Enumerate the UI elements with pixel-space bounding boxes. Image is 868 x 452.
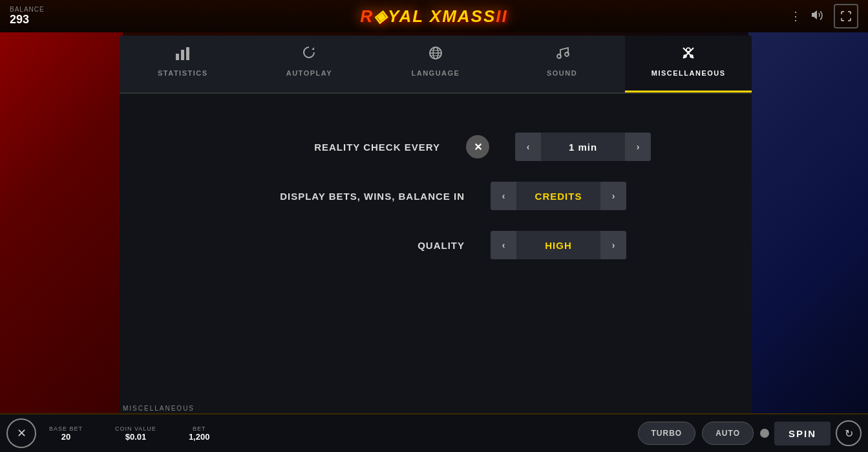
quality-next-button[interactable]: ›: [600, 231, 626, 259]
spin-area: SPIN ↻: [760, 420, 862, 446]
left-curtain: [0, 32, 123, 414]
tab-language[interactable]: LANGUAGE: [372, 36, 499, 92]
tools-icon: [680, 45, 697, 65]
display-mode-prev-button[interactable]: ‹: [491, 182, 516, 210]
bar-chart-icon: [175, 45, 191, 65]
turbo-button[interactable]: TURBO: [638, 422, 696, 445]
svg-point-12: [686, 48, 690, 52]
reality-check-value: 1 min: [541, 142, 625, 153]
spin-refresh-button[interactable]: ↻: [836, 420, 862, 446]
close-icon: ✕: [17, 426, 26, 440]
bet-label: BET: [193, 425, 206, 432]
coin-value-group: COIN VALUE $0.01: [115, 425, 156, 442]
tab-bar: STATISTICS AUTOPLAY LANGU: [120, 36, 752, 94]
fullscreen-button[interactable]: [834, 4, 858, 28]
balance-value: 293: [10, 13, 29, 27]
logo-text: R◈YAL XMASSII: [360, 6, 508, 27]
tab-sound[interactable]: SOUND: [499, 36, 626, 92]
bottom-bar: ✕ BASE BET 20 COIN VALUE $0.01 BET 1,200…: [0, 413, 868, 452]
game-logo: R◈YAL XMASSII: [360, 0, 508, 32]
reality-check-control: ‹ 1 min ›: [515, 133, 651, 161]
settings-dialog: STATISTICS AUTOPLAY LANGU: [120, 36, 752, 413]
quality-row: QUALITY ‹ HIGH ›: [171, 231, 700, 259]
bottom-right: TURBO AUTO SPIN ↻: [638, 420, 862, 446]
reality-check-clear-button[interactable]: ✕: [466, 135, 489, 158]
volume-icon[interactable]: [811, 8, 824, 25]
chevron-right-icon: ›: [612, 240, 615, 250]
quality-value: HIGH: [516, 240, 600, 251]
close-button[interactable]: ✕: [6, 418, 36, 448]
tab-statistics[interactable]: STATISTICS: [120, 36, 246, 92]
coin-value-label: COIN VALUE: [115, 425, 156, 432]
refresh-icon: ↻: [845, 427, 853, 440]
tab-sound-label: SOUND: [547, 69, 577, 77]
display-mode-row: DISPLAY BETS, WINS, BALANCE IN ‹ CREDITS…: [171, 182, 700, 210]
spin-dot: [760, 429, 769, 438]
settings-content: REALITY CHECK EVERY ✕ ‹ 1 min › DISPLAY …: [120, 94, 752, 298]
tab-language-label: LANGUAGE: [412, 69, 460, 77]
display-mode-value: CREDITS: [516, 191, 600, 202]
display-mode-label: DISPLAY BETS, WINS, BALANCE IN: [245, 191, 465, 202]
reality-check-label: REALITY CHECK EVERY: [220, 142, 440, 153]
chevron-right-icon: ›: [637, 142, 640, 152]
svg-rect-2: [186, 47, 189, 60]
spin-button[interactable]: SPIN: [774, 422, 831, 446]
quality-control: ‹ HIGH ›: [491, 231, 626, 259]
spin-label: SPIN: [789, 428, 816, 439]
reality-check-prev-button[interactable]: ‹: [515, 133, 541, 161]
section-label: MISCELLANEOUS: [123, 405, 195, 412]
chevron-left-icon: ‹: [502, 191, 505, 201]
top-icons: ⋮: [790, 4, 858, 28]
globe-icon: [427, 45, 444, 65]
tab-miscellaneous-label: MISCELLANEOUS: [651, 69, 726, 77]
bet-group: BET 1,200: [189, 425, 210, 442]
base-bet-label: BASE BET: [49, 425, 83, 432]
coin-value-value: $0.01: [125, 432, 147, 442]
bet-value: 1,200: [189, 432, 210, 442]
tab-miscellaneous[interactable]: MISCELLANEOUS: [625, 36, 752, 92]
balance-label: BALANCE: [10, 6, 45, 13]
top-bar: BALANCE 293 R◈YAL XMASSII ⋮: [0, 0, 868, 32]
svg-rect-0: [176, 54, 179, 60]
display-mode-next-button[interactable]: ›: [600, 182, 626, 210]
reality-check-row: REALITY CHECK EVERY ✕ ‹ 1 min ›: [171, 133, 700, 161]
display-mode-control: ‹ CREDITS ›: [491, 182, 626, 210]
turbo-label: TURBO: [651, 429, 683, 438]
bottom-info: BASE BET 20 COIN VALUE $0.01 BET 1,200: [49, 425, 638, 442]
reality-check-next-button[interactable]: ›: [625, 133, 651, 161]
chevron-left-icon: ‹: [527, 142, 530, 152]
right-curtain: [748, 32, 868, 414]
x-icon: ✕: [474, 141, 482, 153]
chevron-left-icon: ‹: [502, 240, 505, 250]
tab-statistics-label: STATISTICS: [158, 69, 208, 77]
menu-icon[interactable]: ⋮: [790, 9, 801, 23]
base-bet-value: 20: [61, 432, 70, 442]
music-icon: [554, 45, 571, 65]
quality-label: QUALITY: [245, 240, 465, 251]
chevron-right-icon: ›: [612, 191, 615, 201]
refresh-icon: [301, 45, 317, 65]
tab-autoplay-label: AUTOPLAY: [286, 69, 332, 77]
base-bet-group: BASE BET 20: [49, 425, 83, 442]
auto-button[interactable]: AUTO: [702, 422, 754, 445]
svg-rect-1: [181, 50, 184, 60]
tab-autoplay[interactable]: AUTOPLAY: [246, 36, 373, 92]
quality-prev-button[interactable]: ‹: [491, 231, 516, 259]
auto-label: AUTO: [715, 429, 740, 438]
balance-info: BALANCE 293: [10, 6, 45, 27]
